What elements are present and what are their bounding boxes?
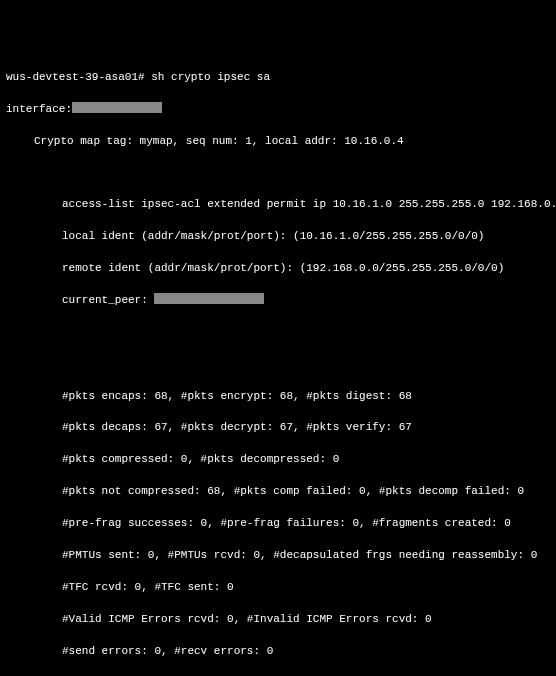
crypto-map-tag: Crypto map tag: mymap, seq num: 1, local…: [6, 134, 550, 150]
interface-line: interface:: [6, 102, 550, 118]
interface-label: interface:: [6, 103, 72, 115]
blank: [6, 325, 550, 341]
blank: [6, 357, 550, 373]
blank: [6, 165, 550, 181]
prompt-line: wus-devtest-39-asa01# sh crypto ipsec sa: [6, 70, 550, 86]
local-ident: local ident (addr/mask/prot/port): (10.1…: [6, 229, 550, 245]
pkts-compressed: #pkts compressed: 0, #pkts decompressed:…: [6, 452, 550, 468]
prompt-cmd: sh crypto ipsec sa: [151, 71, 270, 83]
redacted-block: [154, 293, 264, 304]
tfc: #TFC rcvd: 0, #TFC sent: 0: [6, 580, 550, 596]
remote-ident: remote ident (addr/mask/prot/port): (192…: [6, 261, 550, 277]
prompt-host: wus-devtest-39-asa01#: [6, 71, 145, 83]
current-peer-label: current_peer:: [62, 294, 148, 306]
pkts-not-compressed: #pkts not compressed: 68, #pkts comp fai…: [6, 484, 550, 500]
redacted-block: [72, 102, 162, 113]
acl-line: access-list ipsec-acl extended permit ip…: [6, 197, 550, 213]
icmp-errors: #Valid ICMP Errors rcvd: 0, #Invalid ICM…: [6, 612, 550, 628]
current-peer-line: current_peer:: [6, 293, 550, 309]
send-errors: #send errors: 0, #recv errors: 0: [6, 644, 550, 660]
pkts-encaps: #pkts encaps: 68, #pkts encrypt: 68, #pk…: [6, 389, 550, 405]
pmtus: #PMTUs sent: 0, #PMTUs rcvd: 0, #decapsu…: [6, 548, 550, 564]
pkts-decaps: #pkts decaps: 67, #pkts decrypt: 67, #pk…: [6, 420, 550, 436]
pre-frag: #pre-frag successes: 0, #pre-frag failur…: [6, 516, 550, 532]
